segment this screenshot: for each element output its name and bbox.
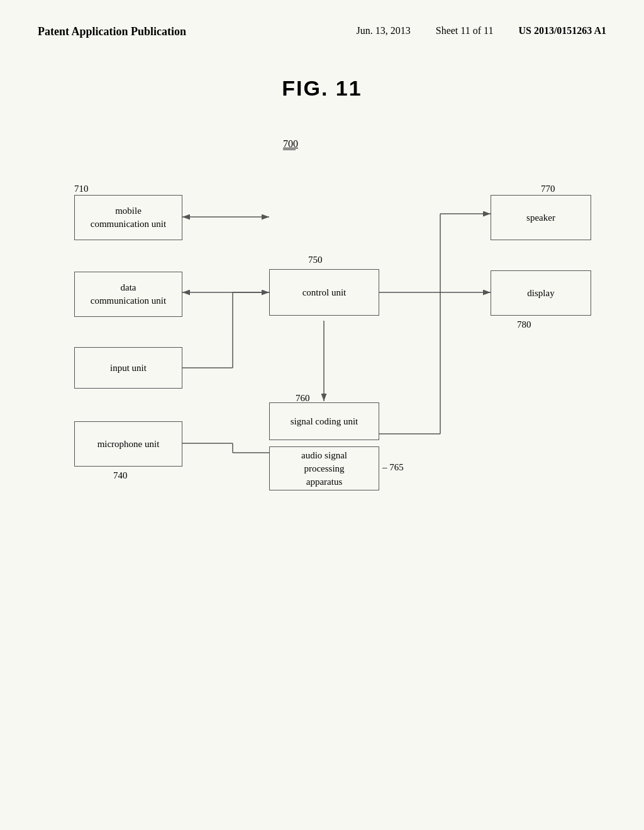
box-signal-coding: signal coding unit [269,402,379,440]
diagram-area: 700 710 mobilecommunication unit 720 dat… [38,132,606,622]
box-display: display [491,270,591,316]
label-770: 770 [541,184,555,194]
box-input-unit: input unit [74,347,182,389]
box-control-unit: control unit [269,269,379,316]
box-audio-signal: audio signalprocessingapparatus [269,446,379,490]
figure-title: FIG. 11 [38,76,606,101]
label-765: – 765 [382,462,404,473]
header-date: Jun. 13, 2013 [357,25,411,36]
label-740: 740 [113,470,128,481]
box-microphone-unit: microphone unit [74,421,182,467]
page-header: Patent Application Publication Jun. 13, … [38,25,606,38]
label-780: 780 [517,319,531,330]
box-data-comm: datacommunication unit [74,272,182,317]
header-patent: US 2013/0151263 A1 [518,25,606,36]
header-right: Jun. 13, 2013 Sheet 11 of 11 US 2013/015… [357,25,607,36]
label-700: 700 [283,138,298,150]
box-mobile-comm: mobilecommunication unit [74,195,182,240]
box-speaker: speaker [491,195,591,240]
header-sheet: Sheet 11 of 11 [436,25,494,36]
label-710: 710 [74,184,89,194]
label-750: 750 [308,255,323,265]
page: Patent Application Publication Jun. 13, … [0,0,644,830]
header-title: Patent Application Publication [38,25,186,38]
